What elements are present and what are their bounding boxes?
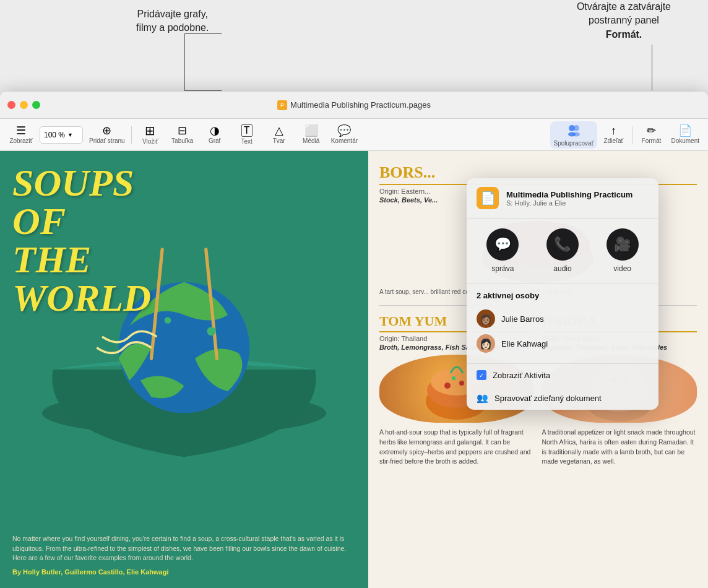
elie-avatar: 👩🏻 (477, 334, 495, 353)
traffic-lights (0, 101, 48, 109)
toolbar-add-page-button[interactable]: ⊕ Pridať stranu (85, 121, 129, 149)
person-julie[interactable]: 👩🏽 Julie Barros (477, 306, 649, 331)
text-icon: T (241, 124, 253, 137)
main-window: P Multimedia Publishing Practicum.pages … (0, 92, 708, 588)
manage-icon: 👥 (477, 392, 488, 404)
main-area: SOUPS OF THE WORLD No matter where you f… (0, 151, 708, 588)
toolbar-share-button[interactable]: ↑ Zdieľať (597, 121, 629, 149)
collaboration-popup: 📄 Multimedia Publishing Practicum S: Hol… (467, 178, 658, 410)
right-annotation-line (652, 45, 652, 90)
right-annotation-line1: Otvárajte a zatvárajte (577, 0, 671, 14)
toolbar-collaborate-button[interactable]: Spolupracovať (550, 121, 598, 149)
manage-shared-item[interactable]: 👥 Spravovať zdieľaný dokument (467, 386, 658, 410)
right-annotation-line3: Formát. (577, 28, 671, 41)
harira-body: A traditional appetizer or light snack m… (542, 428, 697, 467)
toolbar-separator-2 (632, 126, 632, 144)
svg-point-1 (573, 125, 579, 131)
active-persons-count: 2 aktívnej osoby (477, 291, 649, 300)
collab-audio-action[interactable]: 📞 audio (546, 228, 579, 273)
toolbar-media-button[interactable]: ⬜ Médiá (295, 121, 327, 149)
left-annotation-line1: Pridávajte grafy, (136, 7, 209, 21)
show-activity-label: Zobraziť Aktivita (493, 371, 550, 380)
title-the: THE (12, 240, 362, 279)
left-annotation-line2: filmy a podobne. (136, 21, 209, 35)
message-icon: 💬 (486, 228, 519, 261)
elie-name: Elie Kahwagi (501, 339, 548, 348)
comment-icon: 💬 (337, 125, 351, 136)
toolbar-text-button[interactable]: T Text (231, 121, 263, 149)
sidebar-icon: ☰ (16, 125, 26, 136)
add-page-icon: ⊕ (102, 125, 111, 136)
show-activity-item[interactable]: ✓ Zobraziť Aktivita (467, 364, 658, 386)
toolbar-comment-button[interactable]: 💬 Komentár (327, 121, 361, 149)
person-elie[interactable]: 👩🏻 Elie Kahwagi (477, 331, 649, 356)
media-icon: ⬜ (304, 125, 318, 136)
collab-header: 📄 Multimedia Publishing Practicum S: Hol… (467, 178, 658, 218)
author-text: By Holly Butler, Guillermo Castillo, Eli… (12, 568, 356, 576)
document-icon: 📄 (678, 125, 692, 136)
julie-avatar: 👩🏽 (477, 309, 495, 328)
collab-actions: 💬 správa 📞 audio 🎥 video (467, 218, 658, 283)
toolbar-shape-button[interactable]: △ Tvar (263, 121, 295, 149)
toolbar-insert-button[interactable]: ⊞ Vložiť (134, 121, 166, 149)
format-icon: ✏ (647, 125, 656, 136)
title-soups: SOUPS (12, 163, 362, 202)
toolbar-format-button[interactable]: ✏ Formát (635, 121, 667, 149)
svg-point-19 (444, 383, 451, 389)
collab-doc-icon: 📄 (477, 187, 499, 209)
collaborate-icon (567, 123, 581, 139)
svg-point-9 (207, 327, 216, 335)
insert-icon: ⊞ (145, 124, 155, 137)
titlebar: P Multimedia Publishing Practicum.pages (0, 92, 708, 119)
title-of: OF (12, 202, 362, 240)
video-icon: 🎥 (607, 228, 639, 261)
shape-icon: △ (275, 125, 283, 136)
message-label: správa (491, 264, 514, 273)
video-label: video (613, 264, 631, 273)
svg-point-3 (572, 132, 580, 136)
chevron-down-icon: ▼ (67, 132, 73, 138)
toolbar-document-button[interactable]: 📄 Dokument (667, 121, 703, 149)
collab-persons-section: 2 aktívnej osoby 👩🏽 Julie Barros 👩🏻 Elie… (467, 283, 658, 364)
left-annotation-bracket (184, 33, 222, 34)
share-icon: ↑ (611, 125, 616, 136)
window-title: P Multimedia Publishing Practicum.pages (277, 100, 431, 110)
toolbar: ☰ Zobraziť 100 % ▼ ⊕ Pridať stranu ⊞ Vlo… (0, 119, 708, 151)
toolbar-separator-1 (131, 126, 132, 144)
svg-point-10 (165, 317, 171, 324)
tomyum-body: A hot-and-sour soup that is typically fu… (379, 428, 535, 467)
document-page[interactable]: SOUPS OF THE WORLD No matter where you f… (0, 151, 708, 588)
toolbar-sidebar-button[interactable]: ☰ Zobraziť (5, 121, 37, 149)
minimize-button[interactable] (20, 101, 28, 109)
julie-name: Julie Barros (501, 314, 544, 324)
left-annotation-line (184, 33, 185, 90)
collab-doc-subtitle: S: Holly, Julie a Elie (506, 199, 632, 207)
fullscreen-button[interactable] (32, 101, 40, 109)
zoom-control[interactable]: 100 % ▼ (40, 126, 83, 144)
collab-message-action[interactable]: 💬 správa (486, 228, 519, 273)
left-column: SOUPS OF THE WORLD No matter where you f… (0, 151, 368, 588)
left-col-body: No matter where you find yourself dining… (12, 534, 356, 563)
chart-icon: ◑ (210, 125, 220, 136)
toolbar-chart-button[interactable]: ◑ Graf (199, 121, 231, 149)
right-annotation-line2: postranný panel (577, 14, 671, 27)
collab-video-action[interactable]: 🎥 video (607, 228, 639, 273)
left-annotation-bracket-bottom (184, 90, 222, 91)
toolbar-table-button[interactable]: ⊟ Tabuľka (166, 121, 199, 149)
document-icon: P (277, 100, 287, 110)
close-button[interactable] (7, 101, 15, 109)
svg-point-20 (459, 381, 464, 386)
svg-point-21 (452, 376, 455, 380)
activity-checkbox: ✓ (477, 370, 486, 380)
manage-shared-label: Spravovať zdieľaný dokument (494, 394, 602, 403)
audio-label: audio (553, 264, 571, 273)
audio-icon: 📞 (546, 228, 579, 261)
collab-doc-title: Multimedia Publishing Practicum (506, 190, 632, 199)
title-world: WORLD (12, 279, 362, 317)
table-icon: ⊟ (178, 125, 187, 136)
